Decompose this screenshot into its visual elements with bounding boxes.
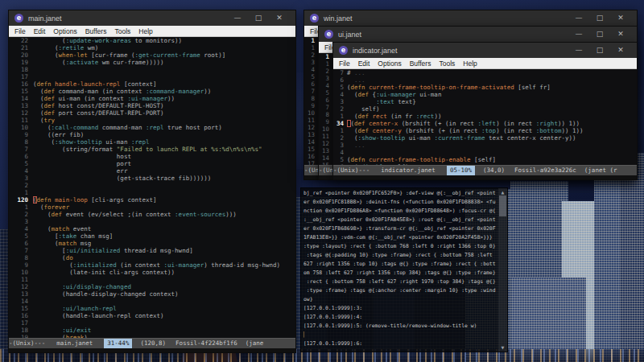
titlebar[interactable]: e main.janet — □ ✕ [9,10,295,26]
line-number: 1 [333,113,347,120]
code-line: 13 (handle-display-changed context) [9,290,295,298]
code-line: 1 [9,189,295,196]
terminal-line: nction 0x020F1FD886A8> <function 0x020F1… [303,207,497,216]
line-number: 18 [9,66,33,73]
line-number: 3 [319,75,332,82]
code-line: 6 ... [333,76,637,84]
code-line: 14 (def ui-man (in context :ui-manager)) [9,95,295,102]
maximize-button[interactable]: □ [589,27,610,42]
code-line: 1 (def center-y (brshift (+ (in rect :to… [333,127,637,134]
scrollbar-thumb[interactable] [499,195,506,216]
menu-tools[interactable]: Tools [110,27,134,35]
window-buttons: — □ ✕ [568,43,631,58]
menu-file[interactable]: File [335,60,354,68]
terminal-output: bj_ref <pointer 0x020F1FC652F0>} :def-vi… [303,189,497,351]
menu-help[interactable]: Help [134,27,156,35]
code-line: 11 (try [9,117,295,124]
line-number: 11 [319,133,332,140]
terminal-scrollbar[interactable]: ▲ ▼ [498,188,507,352]
close-button[interactable]: ✕ [610,10,631,26]
menu-edit[interactable]: Edit [354,60,374,68]
minimize-button[interactable]: — [227,10,248,26]
code-text: (:call-command command-man :repl true ho… [33,124,222,131]
line-number: 13 [9,290,33,298]
menu-options[interactable]: Options [49,27,80,35]
code-line: 8 (:show-tooltip ui-man :repl [9,138,295,146]
code-text: (:initialized (in context :ui-manager) t… [33,261,280,269]
line-number: 5 [319,89,332,97]
line-number: 8 [9,138,33,146]
titlebar[interactable]: e win.janet — □ ✕ [304,10,637,26]
modeline-mode: (jane [246,339,264,348]
code-line: 120(defn main-loop [cli-args context] [9,196,295,204]
window-title: main.janet [28,14,62,23]
terminal-line: :type :frame} :tags @{:anchor :center :m… [303,286,497,295]
scroll-up-icon[interactable]: ▲ [498,189,507,195]
line-number: 11 [304,117,318,124]
editor-buffer[interactable]: 7# ...6 ...5(defn current-frame-tooltip-… [333,69,637,166]
line-number: 1 [9,204,33,211]
mode-line: -(Unix)---indicator.janet05-10%(34,0)Fos… [333,165,637,175]
terminal-line: [127.0.0.1:9999]:3: [303,304,497,313]
line-number: 1 [333,127,347,134]
code-text: self) [347,105,380,113]
line-number: 10 [9,269,33,276]
menu-edit[interactable]: Edit [30,27,50,35]
line-number: 5 [9,232,33,240]
code-line: 1 (def rect (in fr :rect)) [333,113,637,120]
code-line: 16(defn handle-launch-repl [context] [9,80,295,88]
line-number: 9 [319,118,332,125]
menu-help[interactable]: Help [459,60,481,68]
editor-buffer[interactable]: 22 (:update-work-areas to monitors))21 (… [9,37,295,339]
window-buttons: — □ ✕ [568,27,631,42]
maximize-button[interactable]: □ [589,43,610,58]
menu-options[interactable]: Options [374,60,405,68]
close-button[interactable]: ✕ [269,10,290,26]
line-number: 15 [9,88,33,95]
code-text: :ui/exit [33,327,91,334]
code-text: (defn current-frame-tooltip-enable [self… [347,156,496,163]
code-text: (:show-tooltip ui-man :repl [33,138,150,146]
line-number: 6 [304,80,318,88]
menu-buffers[interactable]: Buffers [406,60,436,68]
line-number: 34 [333,120,347,127]
code-line: 6 host [9,153,295,160]
line-number: 2 [9,182,33,189]
titlebar[interactable]: e indicator.janet — □ ✕ [333,43,637,58]
scroll-down-icon[interactable]: ▼ [498,344,507,351]
code-text: (match event [33,225,91,232]
menu-tools[interactable]: Tools [435,60,459,68]
minimize-button[interactable]: — [568,10,589,26]
maximize-button[interactable]: □ [248,10,269,26]
code-line: 15 (def command-man (in context :command… [9,88,295,95]
menu-file[interactable]: File [10,27,30,35]
line-number: 5 [304,73,318,80]
code-text: ... [347,142,365,149]
code-line: 2 [9,182,295,189]
line-number: 12 [9,109,33,117]
minimize-button[interactable]: — [568,43,589,58]
terminal-line: [127.0.0.1:9999]:4: [303,313,497,322]
emacs-icon: e [310,14,319,23]
line-number: 16 [9,80,33,88]
code-line: 3 [9,218,295,225]
close-button[interactable]: ✕ [610,27,631,42]
line-number: 16 [9,312,33,319]
code-line: 4 [333,149,637,156]
code-text: (handle-launch-repl context) [33,312,164,319]
menu-buffers[interactable]: Buffers [81,27,111,35]
code-line: 3 (get-stack-trace fib)))))) [9,175,295,182]
terminal-line: [127.0.0.1:9999]:6: [303,339,497,348]
building [620,153,644,362]
line-number: 9 [9,131,33,138]
terminal-window[interactable]: bj_ref <pointer 0x020F1FC652F0>} :def-vi… [300,187,508,352]
code-line: 4 err [9,167,295,175]
code-line: 7 (string/format "Failed to launch REPL … [9,146,295,153]
minimize-button[interactable]: — [568,27,589,42]
close-button[interactable]: ✕ [610,43,631,58]
maximize-button[interactable]: □ [589,10,610,26]
titlebar[interactable]: e ui.janet — □ ✕ [319,27,637,42]
terminal-line: ▏ [303,331,497,339]
line-number: 13 [319,147,332,154]
line-number: 4 [9,225,33,232]
